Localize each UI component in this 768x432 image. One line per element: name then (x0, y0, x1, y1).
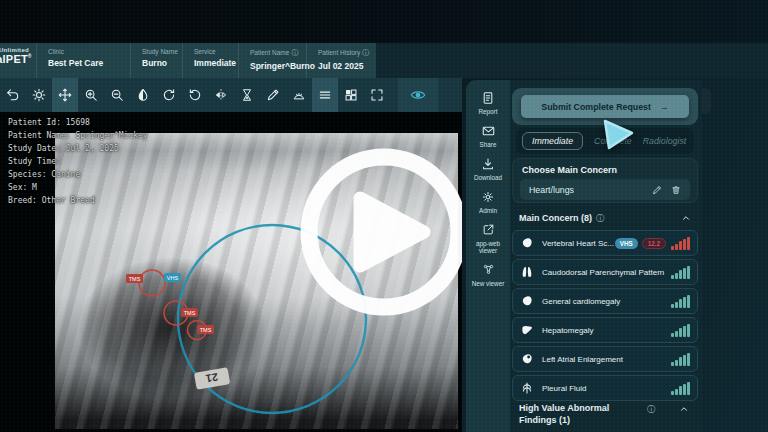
rotate-ccw-icon[interactable] (182, 78, 208, 112)
concern-row-vertebral-heart-score[interactable]: Vertebral Heart Sc... VHS 12.2 (512, 230, 698, 256)
chevron-up-icon[interactable] (679, 404, 689, 414)
radiograph-viewport[interactable]: Patient Id: 15698Patient Name: Springer^… (0, 112, 462, 432)
layout-icon[interactable] (338, 78, 364, 112)
rail-item-report[interactable]: Report (466, 90, 510, 115)
vhs-label: VHS (164, 273, 181, 282)
rail-item-app-web-viewer[interactable]: app-web viewer (466, 222, 510, 254)
image-toolbar (0, 78, 462, 112)
concern-row-hepatomegaly[interactable]: Hepatomegaly (512, 317, 698, 343)
findings-panel: Submit Complete Request → Immediate Comp… (510, 80, 702, 432)
info-icon[interactable]: ⓘ (596, 213, 604, 224)
rail-item-share[interactable]: Share (466, 123, 510, 148)
flip-horizontal-icon[interactable] (208, 78, 234, 112)
concern-row-general-cardiomegaly[interactable]: General cardiomegaly (512, 288, 698, 314)
play-button-overlay[interactable] (309, 157, 459, 307)
concern-row-pleural-fluid[interactable]: Pleural Fluid (512, 375, 698, 401)
severity-bars-icon (671, 353, 690, 366)
high-value-findings-header[interactable]: High Value Abnormal Findings (1) ⓘ (519, 402, 691, 426)
action-rail: Report Share Download Admin app-web view… (466, 80, 510, 432)
zoom-in-icon[interactable] (78, 78, 104, 112)
app-logo: Unlimited alPET® (0, 43, 36, 78)
rail-item-new-viewer[interactable]: New viewer (466, 262, 510, 287)
heart-icon (520, 237, 534, 249)
app-window: Unlimited alPET® Clinic Best Pet Care St… (0, 0, 768, 432)
play-icon (360, 198, 424, 266)
heart-icon (520, 353, 534, 365)
svg-text:VHS: VHS (167, 275, 179, 281)
concern-row-caudodorsal-parenchymal-pattern[interactable]: Caudodorsal Parenchymal Pattern (512, 259, 698, 285)
selected-concern-label: Heart/lungs (520, 185, 652, 195)
field-patient-name: Patient Nameⓘ Springer^Burno (238, 43, 306, 78)
invert-icon[interactable] (130, 78, 156, 112)
finding-label: TMS (181, 308, 198, 317)
brightness-icon[interactable] (26, 78, 52, 112)
chevron-up-icon[interactable] (681, 213, 691, 223)
arrow-right-icon: → (660, 102, 669, 112)
trash-icon[interactable] (671, 185, 681, 195)
field-study-name: Study Name Burno (130, 43, 182, 78)
undo-icon[interactable] (0, 78, 26, 112)
field-patient-history: Patient Historyⓘ Jul 02 2025 (306, 43, 373, 78)
vhs-badge: VHS (615, 238, 638, 249)
fullscreen-icon[interactable] (364, 78, 390, 112)
zoom-out-icon[interactable] (104, 78, 130, 112)
tab-radiologist[interactable]: Radiologist (643, 136, 687, 146)
xray-marker-tag: 21 (194, 367, 230, 390)
severity-bars-icon (671, 295, 690, 308)
choose-main-concern-title: Choose Main Concern (513, 159, 697, 175)
header-study-info: Unlimited alPET® Clinic Best Pet Care St… (0, 43, 376, 78)
annotation-layer: TMS VHS TMS TMS 21 (0, 112, 462, 432)
field-service: Service Immediate (182, 43, 238, 78)
header-bar: Unlimited alPET® Clinic Best Pet Care St… (0, 43, 768, 78)
choose-main-concern-card: Choose Main Concern Heart/lungs (512, 158, 698, 203)
info-icon[interactable]: ⓘ (362, 49, 369, 56)
svg-text:21: 21 (205, 371, 219, 385)
finding-label: TMS (197, 325, 214, 334)
angle-measure-icon[interactable] (286, 78, 312, 112)
main-concern-header[interactable]: Main Concern (8) ⓘ (519, 210, 691, 226)
right-sidebar: Report Share Download Admin app-web view… (466, 80, 702, 432)
ribs-icon (520, 382, 534, 394)
svg-text:TMS: TMS (184, 310, 196, 316)
external-link-icon (482, 222, 495, 237)
pan-icon[interactable] (52, 78, 78, 112)
field-clinic: Clinic Best Pet Care (36, 43, 130, 78)
concern-row-left-atrial-enlargement[interactable]: Left Atrial Enlargement (512, 346, 698, 372)
top-strip (0, 0, 768, 43)
download-icon (481, 156, 495, 171)
envelope-icon (481, 123, 496, 138)
severity-bars-icon (671, 237, 690, 250)
svg-text:TMS: TMS (200, 327, 212, 333)
liver-icon (520, 324, 534, 336)
hourglass-icon[interactable] (234, 78, 260, 112)
vhs-value-badge: 12.2 (642, 238, 666, 249)
cursor-pointer-icon (602, 118, 636, 152)
lungs-icon (520, 266, 534, 278)
tab-immediate[interactable]: Immediate (522, 132, 583, 150)
finding-label: TMS (126, 274, 143, 283)
severity-bars-icon (671, 324, 690, 337)
new-viewer-icon (482, 262, 495, 277)
annotate-pencil-icon[interactable] (260, 78, 286, 112)
gear-icon (481, 189, 495, 204)
svg-text:TMS: TMS (129, 276, 141, 282)
finding-circle[interactable] (139, 270, 165, 296)
rail-item-download[interactable]: Download (466, 156, 510, 181)
report-icon (481, 90, 495, 105)
selected-concern-row[interactable]: Heart/lungs (520, 179, 690, 200)
eye-toggle-icon[interactable] (398, 78, 438, 112)
logo-text: alPET® (0, 53, 36, 65)
edit-pencil-icon[interactable] (652, 185, 662, 195)
window-levels-icon[interactable] (312, 78, 338, 112)
rotate-cw-icon[interactable] (156, 78, 182, 112)
severity-bars-icon (671, 266, 690, 279)
severity-bars-icon (671, 382, 690, 395)
submit-complete-request-button[interactable]: Submit Complete Request → (521, 95, 689, 118)
info-icon[interactable]: ⓘ (291, 49, 298, 56)
concern-list: Vertebral Heart Sc... VHS 12.2 Caudodors… (512, 230, 698, 404)
heart-icon (520, 295, 534, 307)
info-icon[interactable]: ⓘ (647, 404, 655, 415)
rail-item-admin[interactable]: Admin (466, 189, 510, 214)
